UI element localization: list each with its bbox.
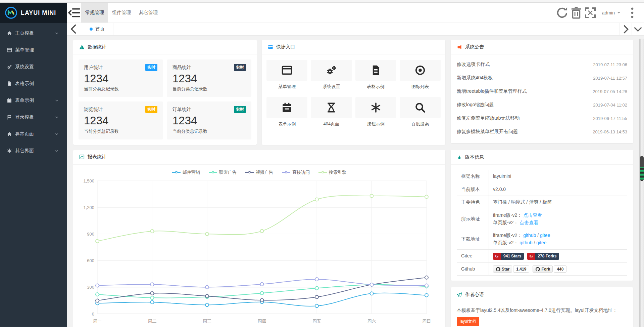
quick-entry-label: 404页面	[311, 121, 352, 127]
quick-entry-2[interactable]: 表格示例	[355, 60, 396, 90]
asterisk-icon	[370, 102, 382, 113]
stat-box-2: 浏览统计 实时 1234 当前分类总记录数	[79, 101, 163, 139]
legend-item-1[interactable]: 联盟广告	[209, 169, 237, 175]
quick-entry-card: 快捷入口 菜单管理 系统设置 表格示例 图标列表 表单示例 404页面 按钮示例…	[262, 40, 445, 145]
stat-badge: 实时	[145, 106, 157, 113]
clear-cache-icon[interactable]	[569, 3, 583, 23]
stat-box-0: 用户统计 实时 1234 当前分类总记录数	[79, 59, 163, 97]
github-star-button[interactable]: Star	[493, 265, 512, 273]
top-cards-row: 数据统计 用户统计 实时 1234 当前分类总记录数 商品统计 实时 1234 …	[73, 40, 445, 145]
link-github[interactable]: github	[519, 240, 532, 245]
quick-entry-grid: 菜单管理 系统设置 表格示例 图标列表 表单示例 404页面 按钮示例 百度搜索	[262, 54, 445, 133]
notice-row-5[interactable]: 修复多模块菜单栏展开有问题 2019-06-13 14:53	[457, 125, 627, 138]
quick-entry-3[interactable]: 图标列表	[400, 60, 441, 90]
layui-doc-button[interactable]: layui文档	[457, 317, 479, 326]
logo[interactable]: LAYUI MINI	[0, 3, 67, 23]
link-github[interactable]: github	[523, 233, 536, 238]
github-fork-count[interactable]: 440	[554, 265, 566, 273]
page-content: 数据统计 用户统计 实时 1234 当前分类总记录数 商品统计 实时 1234 …	[67, 36, 644, 327]
version-label: 演示地址	[457, 209, 489, 229]
module-tab-general[interactable]: 常规管理	[81, 3, 108, 23]
version-row-3: 演示地址iframe版-v2： 点击查看单页版-v2： 点击查看	[457, 209, 627, 229]
sidebar-item-label: 表单示例	[15, 97, 34, 104]
version-link-line: iframe版-v2： 点击查看	[493, 212, 623, 219]
stats-card: 数据统计 用户统计 实时 1234 当前分类总记录数 商品统计 实时 1234 …	[73, 40, 257, 145]
gitee-badge[interactable]: G941 Stars	[493, 253, 524, 260]
scrollbar-thumb[interactable]	[640, 156, 644, 181]
sidebar-item-6[interactable]: 异常页面	[0, 126, 67, 142]
stat-box-3: 订单统计 实时 1234 当前分类总记录数	[167, 101, 251, 139]
sidebar-item-1[interactable]: 菜单管理	[0, 42, 67, 58]
hourglass-icon	[326, 102, 337, 113]
notice-row-1[interactable]: 新增系统404模板 2019-07-11 12:57	[457, 71, 627, 85]
legend-item-3[interactable]: 直接访问	[282, 169, 310, 175]
gitee-badge[interactable]: G278 Forks	[527, 253, 559, 260]
version-label: Gitee	[457, 249, 489, 262]
report-card-header: 报表统计	[73, 150, 445, 165]
notice-card: 系统公告 修改选项卡样式 2019-07-11 23:06新增系统404模板 2…	[451, 40, 633, 143]
version-row-5: GiteeG941 StarsG278 Forks	[457, 249, 627, 262]
svg-text:周三: 周三	[203, 319, 211, 324]
version-link-line: iframe版-v2： github / gitee	[493, 232, 623, 239]
legend-item-4[interactable]: 搜索引擎	[318, 169, 346, 175]
module-tab-other[interactable]: 其它管理	[135, 3, 162, 23]
quick-entry-label: 表格示例	[355, 84, 396, 90]
quick-entry-7[interactable]: 百度搜索	[400, 97, 441, 127]
notice-row-2[interactable]: 新增treetable插件和菜单管理样式 2019-07-05 14:28	[457, 85, 627, 98]
sidebar-item-label: 表格示例	[15, 81, 34, 87]
collapse-sidebar-icon[interactable]	[67, 3, 81, 23]
calendar-icon	[7, 98, 12, 103]
notice-row-4[interactable]: 修复左侧菜单缩放tab无法移动 2019-06-17 11:55	[457, 112, 627, 125]
scrollbar-track[interactable]	[639, 39, 644, 327]
stat-value: 1234	[172, 72, 246, 85]
legend-item-2[interactable]: 视频广告	[245, 169, 273, 175]
report-card: 报表统计 邮件营销联盟广告视频广告直接访问搜索引擎 03006009001,20…	[73, 150, 445, 327]
stat-box-1: 商品统计 实时 1234 当前分类总记录数	[167, 59, 251, 97]
user-menu[interactable]: admin	[597, 3, 625, 23]
version-row-1: 当前版本v2.0.0	[457, 183, 627, 196]
sidebar-item-4[interactable]: 表单示例	[0, 92, 67, 109]
fullscreen-icon[interactable]	[583, 3, 597, 23]
sidebar-item-label: 主页模板	[15, 30, 34, 36]
quick-entry-6[interactable]: 按钮示例	[355, 97, 396, 127]
notice-row-3[interactable]: 修改logo缩放问题 2019-07-04 11:02	[457, 98, 627, 112]
link-点击查看[interactable]: 点击查看	[519, 220, 538, 225]
octocat-icon	[535, 267, 540, 272]
quick-entry-label: 百度搜索	[400, 121, 441, 127]
notice-card-title: 系统公告	[465, 44, 484, 50]
chevron-down-icon	[55, 31, 59, 35]
sidebar-item-5[interactable]: 登录模板	[0, 109, 67, 126]
more-menu-icon[interactable]	[625, 3, 639, 23]
tabs-scroll-left-icon[interactable]	[67, 23, 81, 35]
sidebar-item-7[interactable]: 其它界面	[0, 142, 67, 159]
sidebar-item-3[interactable]: 表格示例	[0, 75, 67, 92]
legend-item-0[interactable]: 邮件营销	[172, 169, 200, 175]
version-label: 下载地址	[457, 229, 489, 249]
link-gitee[interactable]: gitee	[536, 240, 546, 245]
stat-desc: 当前分类总记录数	[84, 86, 157, 92]
notice-row-0[interactable]: 修改选项卡样式 2019-07-11 23:06	[457, 58, 627, 71]
svg-text:1,500: 1,500	[83, 178, 94, 183]
quick-entry-label: 按钮示例	[355, 121, 396, 127]
version-table: 框架名称layuimini当前版本v2.0.0主要特色零门槛 / 响应式 / 清…	[457, 170, 627, 276]
tabs-menu-icon[interactable]	[632, 23, 644, 35]
refresh-icon[interactable]	[555, 3, 569, 23]
quick-entry-1[interactable]: 系统设置	[311, 60, 352, 90]
tabs-scroll-right-icon[interactable]	[619, 23, 632, 35]
link-gitee[interactable]: gitee	[540, 233, 550, 238]
sidebar-item-0[interactable]: 主页模板	[0, 25, 67, 42]
author-card-title: 作者心语	[465, 292, 484, 298]
gitee-logo: G	[493, 253, 501, 260]
link-点击查看[interactable]: 点击查看	[523, 212, 542, 218]
github-fork-button[interactable]: Fork	[533, 265, 553, 273]
github-star-count[interactable]: 1,419	[513, 265, 529, 273]
quick-entry-5[interactable]: 404页面	[311, 97, 352, 127]
sidebar-item-2[interactable]: 系统设置	[0, 58, 67, 75]
sidebar-item-label: 菜单管理	[15, 47, 34, 53]
chevron-down-icon	[55, 115, 59, 119]
quick-entry-4[interactable]: 表单示例	[266, 97, 307, 127]
tab-home[interactable]: 首页	[81, 23, 113, 35]
module-tab-components[interactable]: 组件管理	[108, 3, 135, 23]
file-icon	[7, 81, 12, 86]
quick-entry-0[interactable]: 菜单管理	[266, 60, 307, 90]
